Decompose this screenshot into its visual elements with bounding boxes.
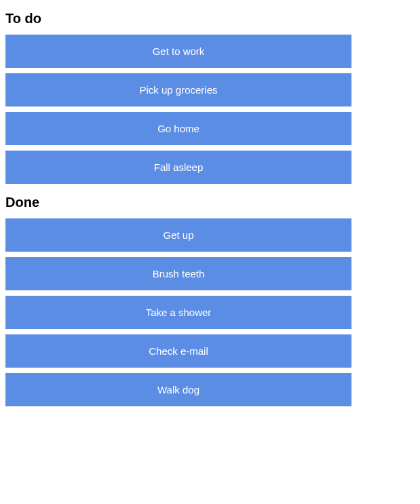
list-item[interactable]: Brush teeth — [5, 257, 351, 290]
done-list: Get up Brush teeth Take a shower Check e… — [5, 218, 351, 406]
list-item[interactable]: Pick up groceries — [5, 73, 351, 106]
list-item[interactable]: Go home — [5, 112, 351, 145]
done-section: Done Get up Brush teeth Take a shower Ch… — [5, 195, 415, 406]
list-item[interactable]: Get up — [5, 218, 351, 252]
list-item[interactable]: Check e-mail — [5, 334, 351, 368]
done-title: Done — [5, 195, 415, 210]
todo-section: To do Get to work Pick up groceries Go h… — [5, 11, 415, 184]
todo-title: To do — [5, 11, 415, 26]
todo-list: Get to work Pick up groceries Go home Fa… — [5, 35, 351, 184]
list-item[interactable]: Fall asleep — [5, 151, 351, 184]
list-item[interactable]: Get to work — [5, 35, 351, 68]
list-item[interactable]: Take a shower — [5, 296, 351, 329]
list-item[interactable]: Walk dog — [5, 373, 351, 406]
